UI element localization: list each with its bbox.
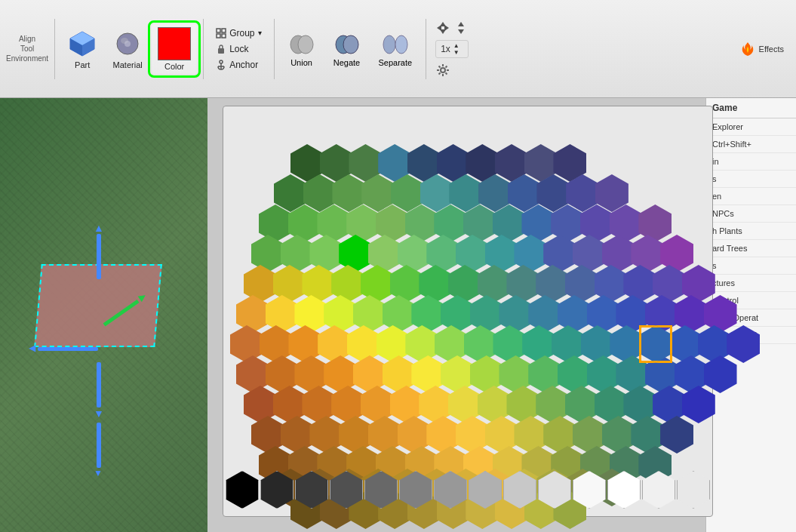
hex-color-cell[interactable] xyxy=(587,295,620,333)
hex-color-cell[interactable] xyxy=(485,416,518,454)
hex-color-cell[interactable] xyxy=(668,325,702,363)
hex-color-cell[interactable] xyxy=(411,355,444,393)
material-button[interactable]: Material xyxy=(106,26,149,72)
union-button[interactable]: Union xyxy=(281,28,323,70)
hex-color-cell[interactable] xyxy=(506,386,539,423)
hex-color-cell[interactable] xyxy=(653,265,686,303)
hex-color-cell[interactable] xyxy=(281,416,314,454)
move-left-handle[interactable]: ◀ xyxy=(38,347,98,351)
hex-color-cell[interactable] xyxy=(347,325,380,363)
hex-color-cell[interactable] xyxy=(390,265,423,303)
hex-color-cell[interactable] xyxy=(581,325,614,363)
hex-color-cell[interactable] xyxy=(251,416,284,454)
hex-color-cell[interactable] xyxy=(441,355,474,393)
lock-button[interactable]: Lock xyxy=(210,42,267,56)
hex-color-cell[interactable] xyxy=(660,416,693,454)
hex-color-cell[interactable] xyxy=(426,416,459,454)
hex-color-cell[interactable] xyxy=(419,386,452,423)
anchor-button[interactable]: Anchor xyxy=(210,58,267,72)
hex-color-cell[interactable] xyxy=(470,295,503,333)
hex-color-cell[interactable] xyxy=(331,386,364,423)
speed-control[interactable]: 1x ▲▼ xyxy=(435,40,469,58)
hex-color-cell[interactable] xyxy=(405,325,438,363)
move-down-handle[interactable] xyxy=(97,362,101,407)
hex-color-cell[interactable] xyxy=(514,235,547,272)
hex-color-cell[interactable] xyxy=(623,386,656,423)
hex-color-cell[interactable] xyxy=(302,265,335,303)
hex-color-cell[interactable] xyxy=(426,235,459,272)
hex-color-cell[interactable] xyxy=(376,325,410,363)
hex-color-cell[interactable] xyxy=(565,265,598,303)
hex-color-cell[interactable] xyxy=(244,386,277,423)
hex-color-cell[interactable] xyxy=(448,386,481,423)
move-up-handle[interactable] xyxy=(97,234,101,279)
hex-color-cell[interactable] xyxy=(368,416,401,454)
hex-color-cell[interactable] xyxy=(587,355,620,393)
hex-color-cell[interactable] xyxy=(493,325,526,363)
hex-color-cell[interactable] xyxy=(361,386,394,423)
hex-color-cell[interactable] xyxy=(398,416,431,454)
hex-color-cell[interactable] xyxy=(573,416,606,454)
hex-color-cell[interactable] xyxy=(244,265,277,303)
right-panel-item[interactable]: Ctrl+Shift+ xyxy=(706,136,796,153)
hex-color-cell[interactable] xyxy=(470,355,503,393)
hex-color-cell[interactable] xyxy=(448,265,481,303)
hex-grayscale-cell[interactable] xyxy=(226,471,259,509)
hex-color-cell[interactable] xyxy=(236,295,269,333)
hex-color-cell[interactable] xyxy=(288,325,321,363)
hex-color-cell[interactable] xyxy=(653,386,686,423)
speed-stepper[interactable]: ▲▼ xyxy=(453,42,459,56)
hex-color-cell[interactable] xyxy=(595,265,628,303)
hex-color-cell[interactable] xyxy=(324,295,357,333)
hex-color-cell[interactable] xyxy=(441,295,474,333)
hex-color-cell[interactable] xyxy=(260,325,293,363)
settings-icon[interactable] xyxy=(435,63,450,78)
hex-color-cell[interactable] xyxy=(309,416,343,454)
hex-color-cell[interactable] xyxy=(543,416,576,454)
part-button[interactable]: Part xyxy=(61,26,103,72)
hex-grayscale-cell[interactable] xyxy=(677,471,710,509)
hex-color-cell[interactable] xyxy=(294,295,327,333)
hex-color-cell[interactable] xyxy=(565,386,598,423)
hex-color-cell[interactable] xyxy=(682,265,715,303)
color-button[interactable]: Color xyxy=(152,24,197,74)
hex-color-cell[interactable] xyxy=(499,295,532,333)
hex-color-cell[interactable] xyxy=(456,416,489,454)
right-panel-item[interactable]: s xyxy=(706,257,796,275)
hex-color-cell[interactable] xyxy=(383,295,416,333)
hex-color-cell[interactable] xyxy=(631,416,664,454)
hex-color-cell[interactable] xyxy=(361,265,394,303)
right-panel-item[interactable]: en xyxy=(706,188,796,205)
hex-color-cell[interactable] xyxy=(456,235,489,272)
hex-color-cell[interactable] xyxy=(251,235,284,272)
hex-color-cell[interactable] xyxy=(610,325,643,363)
hex-color-cell[interactable] xyxy=(368,235,401,272)
hex-color-cell[interactable] xyxy=(353,355,386,393)
hex-color-cell[interactable] xyxy=(266,295,299,333)
hex-color-cell[interactable] xyxy=(506,265,539,303)
hex-color-cell[interactable] xyxy=(309,235,343,272)
hex-color-cell[interactable] xyxy=(318,325,351,363)
hex-color-cell[interactable] xyxy=(602,416,635,454)
hex-color-cell[interactable] xyxy=(478,265,511,303)
hex-color-cell[interactable] xyxy=(631,235,664,272)
hex-color-cell[interactable] xyxy=(639,325,672,363)
right-panel-item[interactable]: s xyxy=(706,171,796,188)
hex-color-cell[interactable] xyxy=(552,325,585,363)
negate-button[interactable]: Negate xyxy=(326,28,368,70)
hex-color-cell[interactable] xyxy=(383,355,416,393)
hex-color-cell[interactable] xyxy=(573,235,606,272)
right-panel-item[interactable]: h Plants xyxy=(706,223,796,240)
hex-color-cell[interactable] xyxy=(339,235,372,272)
hex-color-cell[interactable] xyxy=(558,355,591,393)
hex-color-cell[interactable] xyxy=(353,295,386,333)
hex-color-cell[interactable] xyxy=(331,265,364,303)
hex-color-cell[interactable] xyxy=(419,265,452,303)
hex-color-cell[interactable] xyxy=(675,295,708,333)
right-panel-item[interactable]: ctures xyxy=(706,275,796,292)
hex-color-cell[interactable] xyxy=(294,355,327,393)
effects-button[interactable]: Effects xyxy=(733,38,790,60)
hex-color-cell[interactable] xyxy=(411,295,444,333)
hex-color-cell[interactable] xyxy=(528,295,561,333)
hex-color-cell[interactable] xyxy=(398,235,431,272)
